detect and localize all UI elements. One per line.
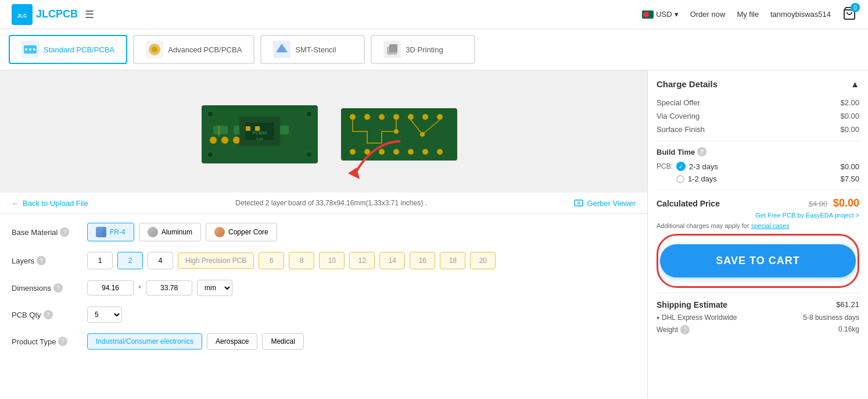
copper-core-icon	[214, 227, 225, 237]
svg-point-50	[408, 149, 414, 155]
shipping-carrier-row: ▾ DHL Express Worldwide 5-8 business day…	[657, 312, 859, 323]
charge-collapse-icon[interactable]: ▲	[851, 79, 859, 89]
tab-smt[interactable]: SMT-Stencil	[260, 35, 365, 64]
layers-help[interactable]: ?	[37, 256, 46, 265]
pcb-qty-help[interactable]: ?	[44, 310, 53, 319]
svg-point-45	[437, 114, 443, 120]
build-time-23-value: $0.00	[840, 162, 859, 171]
dimension-width-input[interactable]	[87, 280, 134, 295]
product-industrial-btn[interactable]: Industrial/Consumer electronics	[87, 333, 202, 350]
aluminum-icon	[148, 227, 158, 237]
svg-point-19	[207, 152, 213, 158]
dimension-height-input[interactable]	[146, 280, 192, 295]
tab-standard[interactable]: Standard PCB/PCBA	[9, 35, 127, 64]
shipping-divider	[657, 293, 859, 293]
layer-btn-4[interactable]: 4	[148, 252, 173, 269]
svg-point-17	[207, 111, 213, 117]
svg-point-54	[394, 129, 399, 134]
my-file-link[interactable]: My file	[737, 10, 759, 19]
base-material-label: Base Material ?	[12, 227, 81, 237]
currency-selector[interactable]: USD ▾	[642, 10, 678, 19]
build-time-12-label[interactable]: 1-2 days	[688, 174, 717, 183]
currency-label: USD	[656, 10, 672, 19]
tab-3d[interactable]: 3D Printing	[371, 35, 475, 64]
base-material-row: Base Material ? FR-4 Aluminum Copper Cor…	[12, 223, 636, 241]
red-arrow-indicator	[348, 136, 406, 184]
product-medical-btn[interactable]: Medical	[262, 333, 303, 350]
gerber-viewer-btn[interactable]: Gerber Viewer	[574, 198, 636, 208]
logo[interactable]: JLC JLCPCB	[12, 4, 78, 25]
product-aerospace-btn[interactable]: Aerospace	[207, 333, 257, 350]
username-label[interactable]: tanmoybiswas514	[770, 10, 831, 19]
shipping-row: Shipping Estimate $61.21	[657, 300, 859, 309]
svg-point-44	[422, 114, 428, 120]
detected-info: Detected 2 layer board of 33.78x94.16mm(…	[235, 199, 427, 207]
shipping-expand-icon[interactable]: ▾	[657, 315, 659, 321]
layer-btn-2[interactable]: 2	[117, 252, 143, 269]
calculated-price-section: Calculated Price $4.00 $0.00 Get Free PC…	[657, 197, 859, 229]
svg-point-26	[221, 137, 228, 144]
pcb-qty-select[interactable]: 5 10 15 20 25 30 50 75 100	[87, 307, 122, 323]
build-time-12-option[interactable]: 1-2 days	[657, 174, 717, 183]
svg-point-25	[210, 137, 217, 144]
layer-btn-14[interactable]: 14	[379, 252, 405, 269]
layers-controls: 1 2 4 High Precision PCB 6 8 10 12 14 16…	[87, 252, 496, 269]
svg-point-51	[422, 149, 428, 155]
shipping-carrier: DHL Express Worldwide	[662, 314, 737, 322]
back-to-upload[interactable]: ← Back to Upload File	[12, 199, 88, 208]
save-to-cart-button[interactable]: SAVE TO CART	[660, 244, 856, 277]
special-cases-link[interactable]: special cases	[751, 222, 790, 229]
pcb-qty-row: PCB Qty ? 5 10 15 20 25 30 50 75 100	[12, 307, 636, 323]
nav-bar: ← Back to Upload File Detected 2 layer b…	[0, 193, 647, 214]
aluminum-button[interactable]: Aluminum	[139, 223, 201, 241]
logo-text: JLCPCB	[36, 8, 78, 20]
build-time-23-label[interactable]: 2-3 days	[689, 162, 718, 171]
tab-bar: Standard PCB/PCBA Advanced PCB/PCBA SMT-…	[0, 29, 868, 70]
charge-special-offer-label: Special Offer	[657, 98, 700, 107]
charge-surface-finish-label: Surface Finish	[657, 125, 705, 134]
svg-rect-21	[213, 126, 228, 134]
charge-via-covering-value: $0.00	[840, 112, 859, 120]
easyeda-link[interactable]: Get Free PCB by EasyEDA project >	[657, 212, 859, 219]
layer-btn-8[interactable]: 8	[289, 252, 314, 269]
build-time-12-radio[interactable]	[676, 175, 684, 183]
product-type-help[interactable]: ?	[58, 337, 67, 346]
svg-point-27	[233, 137, 240, 144]
build-time-section: Build Time ? PCB: ✓ 2-3 days $0.00 1-2 d…	[657, 147, 859, 185]
base-material-help[interactable]: ?	[60, 227, 69, 237]
build-time-help[interactable]: ?	[697, 147, 706, 156]
high-precision-btn[interactable]: High Precision PCB	[178, 252, 254, 269]
svg-point-39	[350, 114, 356, 120]
hamburger-icon[interactable]: ☰	[85, 8, 94, 21]
tab-advanced[interactable]: Advanced PCB/PCBA	[133, 35, 254, 64]
svg-point-20	[306, 152, 312, 158]
product-type-label: Product Type ?	[12, 337, 81, 346]
order-now-link[interactable]: Order now	[690, 10, 726, 19]
layer-btn-18[interactable]: 18	[440, 252, 465, 269]
pcb-board-front: PCB32 5.32	[196, 94, 312, 169]
layer-btn-12[interactable]: 12	[349, 252, 375, 269]
svg-text:JLC: JLC	[17, 13, 27, 19]
svg-point-52	[437, 149, 443, 155]
layer-btn-10[interactable]: 10	[319, 252, 345, 269]
layer-btn-6[interactable]: 6	[259, 252, 284, 269]
charge-divider	[657, 141, 859, 141]
charge-details-header: Charge Details ▲	[657, 79, 859, 89]
flag-icon	[642, 10, 654, 19]
charge-surface-finish: Surface Finish $0.00	[657, 123, 859, 136]
layer-btn-1[interactable]: 1	[87, 252, 113, 269]
fr4-button[interactable]: FR-4	[87, 223, 134, 241]
charge-via-covering-label: Via Covering	[657, 112, 700, 120]
shipping-weight-help[interactable]: ?	[680, 325, 690, 334]
dimensions-help[interactable]: ?	[53, 283, 63, 293]
dimension-unit-select[interactable]: mm inch	[197, 280, 232, 296]
old-price: $4.00	[809, 200, 828, 208]
main-layout: PCB32 5.32	[0, 70, 868, 399]
cart-button[interactable]: 0	[842, 6, 856, 22]
calc-price-label: Calculated Price	[657, 199, 720, 208]
copper-core-button[interactable]: Copper Core	[206, 223, 277, 241]
layer-btn-20[interactable]: 20	[470, 252, 496, 269]
svg-rect-36	[255, 126, 260, 131]
pcb-boards: PCB32 5.32	[196, 94, 451, 169]
layer-btn-16[interactable]: 16	[410, 252, 435, 269]
